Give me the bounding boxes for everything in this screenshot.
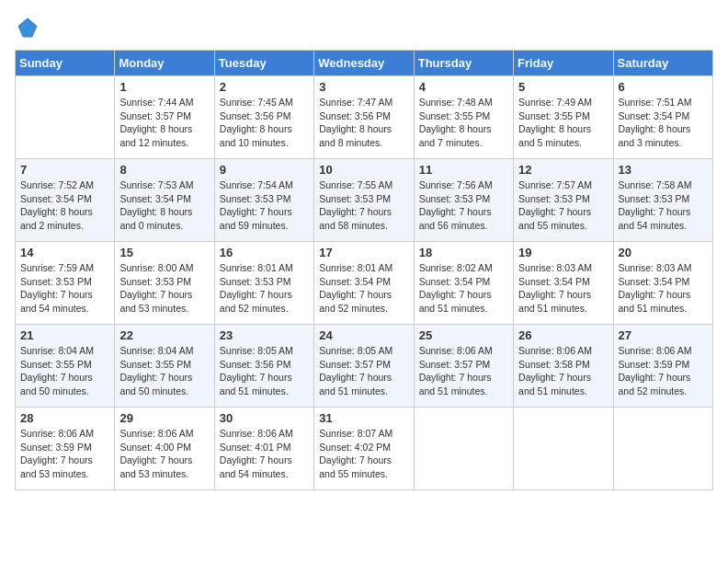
day-info: Sunrise: 8:03 AM Sunset: 3:54 PM Dayligh…	[518, 261, 608, 316]
day-number: 19	[518, 246, 608, 259]
day-number: 23	[220, 328, 309, 342]
day-number: 27	[619, 328, 708, 342]
day-number: 30	[220, 411, 309, 425]
calendar-cell: 8Sunrise: 7:53 AM Sunset: 3:54 PM Daylig…	[115, 159, 214, 242]
day-number: 25	[419, 328, 508, 342]
day-number: 13	[619, 163, 708, 177]
day-number: 10	[319, 163, 408, 177]
calendar-cell: 14Sunrise: 7:59 AM Sunset: 3:53 PM Dayli…	[16, 242, 115, 325]
day-number: 11	[419, 163, 508, 177]
calendar-cell: 3Sunrise: 7:47 AM Sunset: 3:56 PM Daylig…	[314, 76, 414, 159]
calendar-cell: 4Sunrise: 7:48 AM Sunset: 3:55 PM Daylig…	[414, 76, 513, 159]
day-info: Sunrise: 7:49 AM Sunset: 3:55 PM Dayligh…	[518, 96, 608, 150]
calendar-cell: 5Sunrise: 7:49 AM Sunset: 3:55 PM Daylig…	[514, 76, 613, 159]
col-header-saturday: Saturday	[613, 51, 712, 76]
calendar-cell: 29Sunrise: 8:06 AM Sunset: 4:00 PM Dayli…	[115, 408, 214, 490]
calendar-cell: 16Sunrise: 8:01 AM Sunset: 3:53 PM Dayli…	[214, 242, 313, 325]
calendar-cell: 9Sunrise: 7:54 AM Sunset: 3:53 PM Daylig…	[214, 159, 313, 242]
day-info: Sunrise: 8:06 AM Sunset: 4:00 PM Dayligh…	[119, 427, 209, 481]
calendar-table: SundayMondayTuesdayWednesdayThursdayFrid…	[15, 50, 713, 490]
day-info: Sunrise: 7:57 AM Sunset: 3:53 PM Dayligh…	[518, 178, 608, 233]
calendar-cell: 20Sunrise: 8:03 AM Sunset: 3:54 PM Dayli…	[613, 242, 712, 325]
day-info: Sunrise: 8:07 AM Sunset: 4:02 PM Dayligh…	[319, 427, 408, 481]
day-number: 9	[220, 163, 309, 177]
calendar-cell: 1Sunrise: 7:44 AM Sunset: 3:57 PM Daylig…	[115, 76, 214, 159]
col-header-wednesday: Wednesday	[314, 51, 414, 76]
col-header-thursday: Thursday	[414, 51, 513, 76]
day-info: Sunrise: 8:04 AM Sunset: 3:55 PM Dayligh…	[20, 344, 109, 398]
day-info: Sunrise: 8:06 AM Sunset: 3:58 PM Dayligh…	[518, 344, 608, 398]
day-number: 16	[220, 246, 309, 259]
day-number: 28	[20, 411, 109, 425]
calendar-cell: 7Sunrise: 7:52 AM Sunset: 3:54 PM Daylig…	[16, 159, 115, 242]
day-number: 3	[319, 80, 408, 94]
calendar-cell: 22Sunrise: 8:04 AM Sunset: 3:55 PM Dayli…	[115, 325, 214, 408]
page-header	[15, 15, 713, 40]
calendar-cell: 19Sunrise: 8:03 AM Sunset: 3:54 PM Dayli…	[514, 242, 613, 325]
calendar-week-2: 7Sunrise: 7:52 AM Sunset: 3:54 PM Daylig…	[16, 159, 713, 242]
day-info: Sunrise: 8:06 AM Sunset: 3:59 PM Dayligh…	[20, 427, 109, 481]
day-number: 5	[518, 80, 608, 94]
day-info: Sunrise: 8:06 AM Sunset: 4:01 PM Dayligh…	[220, 427, 309, 481]
col-header-friday: Friday	[514, 51, 613, 76]
day-number: 14	[20, 246, 109, 259]
day-number: 18	[419, 246, 508, 259]
day-number: 4	[419, 80, 508, 94]
calendar-cell: 28Sunrise: 8:06 AM Sunset: 3:59 PM Dayli…	[16, 408, 115, 490]
calendar-cell	[414, 408, 513, 490]
day-number: 29	[119, 411, 209, 425]
calendar-week-3: 14Sunrise: 7:59 AM Sunset: 3:53 PM Dayli…	[16, 242, 713, 325]
calendar-cell: 17Sunrise: 8:01 AM Sunset: 3:54 PM Dayli…	[314, 242, 414, 325]
calendar-cell	[16, 76, 115, 159]
day-info: Sunrise: 7:51 AM Sunset: 3:54 PM Dayligh…	[619, 96, 708, 150]
day-number: 15	[119, 246, 209, 259]
day-number: 20	[619, 246, 708, 259]
day-info: Sunrise: 8:03 AM Sunset: 3:54 PM Dayligh…	[619, 261, 708, 316]
day-info: Sunrise: 7:58 AM Sunset: 3:53 PM Dayligh…	[619, 178, 708, 233]
day-info: Sunrise: 8:00 AM Sunset: 3:53 PM Dayligh…	[119, 261, 209, 316]
day-info: Sunrise: 7:45 AM Sunset: 3:56 PM Dayligh…	[220, 96, 309, 150]
day-info: Sunrise: 8:01 AM Sunset: 3:54 PM Dayligh…	[319, 261, 408, 316]
logo	[15, 15, 42, 40]
calendar-cell: 11Sunrise: 7:56 AM Sunset: 3:53 PM Dayli…	[414, 159, 513, 242]
day-info: Sunrise: 7:59 AM Sunset: 3:53 PM Dayligh…	[20, 261, 109, 316]
calendar-cell: 31Sunrise: 8:07 AM Sunset: 4:02 PM Dayli…	[314, 408, 414, 490]
calendar-cell: 21Sunrise: 8:04 AM Sunset: 3:55 PM Dayli…	[16, 325, 115, 408]
day-number: 7	[20, 163, 109, 177]
day-info: Sunrise: 7:48 AM Sunset: 3:55 PM Dayligh…	[419, 96, 508, 150]
calendar-cell: 18Sunrise: 8:02 AM Sunset: 3:54 PM Dayli…	[414, 242, 513, 325]
day-info: Sunrise: 7:52 AM Sunset: 3:54 PM Dayligh…	[20, 178, 109, 233]
day-info: Sunrise: 8:06 AM Sunset: 3:59 PM Dayligh…	[619, 344, 708, 398]
day-number: 2	[220, 80, 309, 94]
calendar-cell: 26Sunrise: 8:06 AM Sunset: 3:58 PM Dayli…	[514, 325, 613, 408]
day-info: Sunrise: 8:04 AM Sunset: 3:55 PM Dayligh…	[119, 344, 209, 398]
day-number: 12	[518, 163, 608, 177]
day-number: 31	[319, 411, 408, 425]
day-number: 26	[518, 328, 608, 342]
calendar-cell: 24Sunrise: 8:05 AM Sunset: 3:57 PM Dayli…	[314, 325, 414, 408]
calendar-week-4: 21Sunrise: 8:04 AM Sunset: 3:55 PM Dayli…	[16, 325, 713, 408]
header-row: SundayMondayTuesdayWednesdayThursdayFrid…	[16, 51, 713, 76]
calendar-cell: 12Sunrise: 7:57 AM Sunset: 3:53 PM Dayli…	[514, 159, 613, 242]
calendar-cell: 13Sunrise: 7:58 AM Sunset: 3:53 PM Dayli…	[613, 159, 712, 242]
day-info: Sunrise: 8:01 AM Sunset: 3:53 PM Dayligh…	[220, 261, 309, 316]
day-number: 1	[119, 80, 209, 94]
day-info: Sunrise: 8:06 AM Sunset: 3:57 PM Dayligh…	[419, 344, 508, 398]
day-info: Sunrise: 7:56 AM Sunset: 3:53 PM Dayligh…	[419, 178, 508, 233]
calendar-cell	[613, 408, 712, 490]
col-header-sunday: Sunday	[16, 51, 115, 76]
calendar-cell: 25Sunrise: 8:06 AM Sunset: 3:57 PM Dayli…	[414, 325, 513, 408]
calendar-cell: 2Sunrise: 7:45 AM Sunset: 3:56 PM Daylig…	[214, 76, 313, 159]
calendar-week-1: 1Sunrise: 7:44 AM Sunset: 3:57 PM Daylig…	[16, 76, 713, 159]
day-number: 17	[319, 246, 408, 259]
day-number: 22	[119, 328, 209, 342]
day-number: 6	[619, 80, 708, 94]
col-header-monday: Monday	[115, 51, 214, 76]
day-info: Sunrise: 8:02 AM Sunset: 3:54 PM Dayligh…	[419, 261, 508, 316]
col-header-tuesday: Tuesday	[214, 51, 313, 76]
calendar-cell: 15Sunrise: 8:00 AM Sunset: 3:53 PM Dayli…	[115, 242, 214, 325]
day-info: Sunrise: 7:54 AM Sunset: 3:53 PM Dayligh…	[220, 178, 309, 233]
logo-icon	[15, 15, 40, 40]
calendar-cell: 10Sunrise: 7:55 AM Sunset: 3:53 PM Dayli…	[314, 159, 414, 242]
day-number: 24	[319, 328, 408, 342]
